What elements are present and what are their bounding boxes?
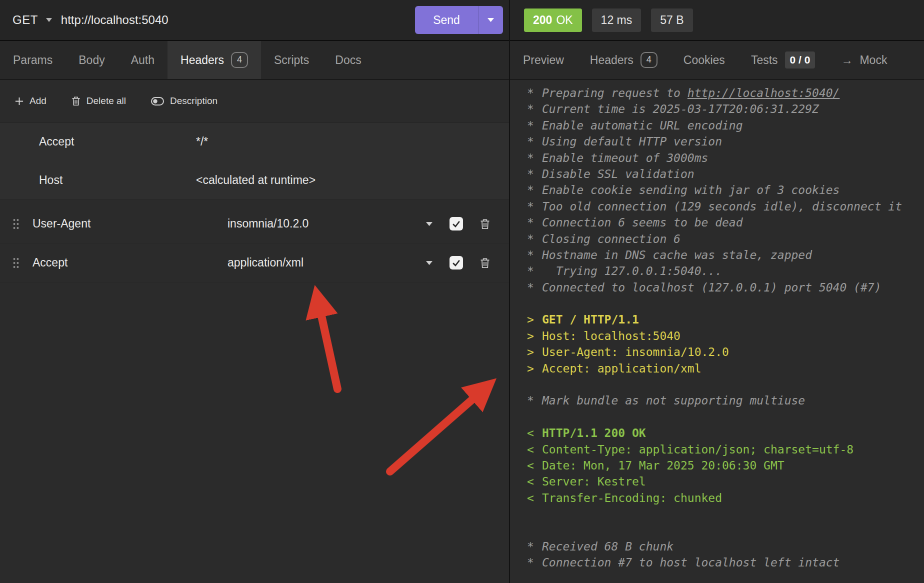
trash-icon: [480, 218, 490, 230]
response-timeline[interactable]: *Preparing request to http://localhost:5…: [510, 80, 924, 583]
timeline-prefix: <: [527, 425, 542, 441]
header-row-readonly: Accept*/*: [0, 122, 509, 161]
timeline-prefix: <: [527, 490, 542, 506]
value-options-button[interactable]: [416, 222, 442, 226]
chevron-down-icon: [426, 261, 432, 265]
timeline-line: *Disable SSL validation: [527, 166, 924, 182]
insomnia-window: GET http://localhost:5040 Send ParamsBod…: [0, 0, 924, 583]
timeline-line: >Host: localhost:5040: [527, 328, 924, 344]
header-value: */*: [196, 135, 509, 148]
timeline-prefix: *: [527, 214, 542, 230]
tab-tests[interactable]: Tests0 / 0: [738, 41, 828, 79]
delete-all-button[interactable]: Delete all: [72, 96, 126, 106]
timeline-line: <Date: Mon, 17 Mar 2025 20:06:30 GMT: [527, 458, 924, 474]
delete-all-label: Delete all: [86, 96, 126, 106]
delete-header-button[interactable]: [470, 258, 500, 268]
timeline-blank-line: [527, 409, 924, 425]
header-row: Acceptapplication/xml: [0, 244, 509, 282]
timeline-line: *Connection 6 seems to be dead: [527, 214, 924, 230]
tab-label: Body: [78, 54, 104, 67]
chevron-down-icon: [488, 18, 494, 22]
timeline-prefix: *: [527, 554, 542, 570]
drag-handle[interactable]: [12, 218, 32, 230]
drag-handle-icon: [12, 218, 20, 230]
size-badge: 57 B: [651, 8, 692, 32]
timeline-text: Hostname in DNS cache was stale, zapped: [542, 248, 812, 262]
plus-icon: [15, 97, 24, 106]
enable-header-checkbox[interactable]: [450, 256, 463, 270]
enable-header-checkbox[interactable]: [450, 217, 463, 230]
value-options-button[interactable]: [416, 261, 442, 265]
url-input[interactable]: http://localhost:5040: [61, 13, 415, 27]
timeline-text: User-Agent: insomnia/10.2.0: [542, 346, 729, 358]
tab-auth[interactable]: Auth: [118, 41, 168, 79]
request-url-bar: GET http://localhost:5040 Send: [0, 0, 509, 41]
arrow-right-icon: →: [841, 54, 852, 67]
timeline-prefix: *: [527, 118, 542, 134]
tab-mock[interactable]: →Mock: [828, 41, 900, 79]
checkmark-icon: [452, 258, 461, 268]
timeline-text: GET / HTTP/1.1: [542, 313, 639, 326]
timeline-prefix: *: [527, 182, 542, 198]
timeline-prefix: >: [527, 360, 542, 376]
tab-scripts[interactable]: Scripts: [261, 41, 322, 79]
timeline-blank-line: [527, 296, 924, 312]
timeline-text: Current time is 2025-03-17T20:06:31.229Z: [542, 102, 819, 116]
tab-headers[interactable]: Headers4: [168, 41, 261, 79]
chevron-down-icon: [46, 18, 52, 22]
send-options-button[interactable]: [478, 6, 503, 34]
timeline-blank-line: [527, 522, 924, 538]
timeline-line: >GET / HTTP/1.1: [527, 312, 924, 328]
header-value-input[interactable]: insomnia/10.2.0: [228, 217, 416, 230]
timeline-text: Mark bundle as not supporting multiuse: [542, 394, 805, 407]
description-label: Description: [170, 96, 218, 106]
timeline-line: *Too old connection (129 seconds idle), …: [527, 198, 924, 214]
timeline-prefix: *: [527, 150, 542, 166]
tab-cookies[interactable]: Cookies: [670, 41, 738, 79]
drag-handle-icon: [12, 258, 20, 268]
header-name: Accept: [0, 135, 196, 148]
timeline-prefix: <: [527, 442, 542, 458]
time-badge: 12 ms: [592, 8, 642, 32]
drag-handle[interactable]: [12, 258, 32, 268]
timeline-text: Closing connection 6: [542, 232, 680, 246]
timeline-text: Host: localhost:5040: [542, 330, 680, 342]
tab-label: Preview: [523, 54, 564, 67]
send-button-label: Send: [415, 14, 478, 27]
timeline-prefix: *: [527, 134, 542, 150]
timeline-text: Server: Kestrel: [542, 475, 646, 488]
timeline-text: Content-Type: application/json; charset=…: [542, 443, 854, 456]
method-selector[interactable]: GET: [12, 13, 52, 27]
header-value-input[interactable]: application/xml: [228, 256, 416, 270]
timeline-prefix: >: [527, 344, 542, 360]
tab-body[interactable]: Body: [66, 41, 118, 79]
send-button[interactable]: Send: [415, 6, 503, 34]
tab-preview[interactable]: Preview: [510, 41, 577, 79]
timeline-prefix: *: [527, 101, 542, 117]
description-toggle[interactable]: Description: [151, 96, 218, 106]
headers-toolbar: Add Delete all Description: [0, 80, 509, 122]
timeline-line: *Received 68 B chunk: [527, 538, 924, 554]
timeline-text: HTTP/1.1 200 OK: [542, 426, 646, 440]
request-panel: GET http://localhost:5040 Send ParamsBod…: [0, 0, 510, 583]
timeline-line: <Content-Type: application/json; charset…: [527, 442, 924, 458]
delete-header-button[interactable]: [470, 218, 500, 230]
status-badge: 200OK: [524, 8, 582, 32]
header-name-input[interactable]: User-Agent: [32, 217, 228, 230]
timeline-text: Connection 6 seems to be dead: [542, 216, 743, 229]
tab-headers[interactable]: Headers4: [577, 41, 670, 79]
timeline-text: Connected to localhost (127.0.0.1) port …: [542, 281, 882, 294]
timeline-link: http://localhost:5040/: [688, 86, 840, 100]
timeline-text: Connection #7 to host localhost left int…: [542, 556, 840, 569]
timeline-line: *Using default HTTP version: [527, 134, 924, 150]
tab-label: Mock: [860, 54, 887, 67]
tab-docs[interactable]: Docs: [322, 41, 374, 79]
tab-params[interactable]: Params: [0, 41, 66, 79]
timeline-prefix: *: [527, 538, 542, 554]
add-header-button[interactable]: Add: [15, 96, 46, 106]
timeline-blank-line: [527, 506, 924, 522]
timeline-line: *Current time is 2025-03-17T20:06:31.229…: [527, 101, 924, 117]
timeline-text: Date: Mon, 17 Mar 2025 20:06:30 GMT: [542, 459, 784, 472]
timeline-prefix: *: [527, 247, 542, 263]
header-name-input[interactable]: Accept: [32, 256, 228, 270]
